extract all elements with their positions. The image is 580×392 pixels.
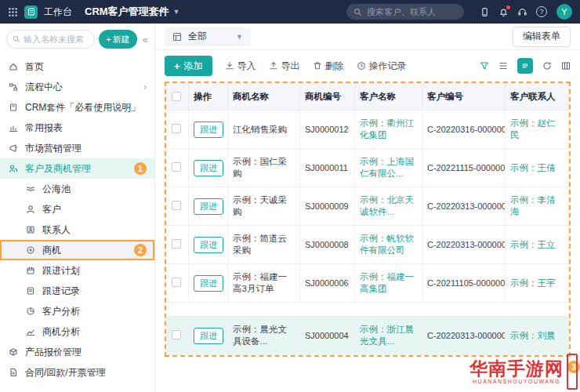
customer-link[interactable]: 示例：帆软软件有限公司 [355,226,422,264]
help-icon[interactable]: ? [536,6,547,17]
search-icon [353,8,362,16]
contact-icon [25,225,36,234]
workspace-label[interactable]: 工作台 [44,5,72,19]
column-settings-icon[interactable] [561,61,571,71]
apps-grid-icon[interactable] [8,7,18,17]
sidebar-search-placeholder: 输入名称来搜索 [24,34,84,45]
sidebar-item-label: 合同/回款/开票管理 [25,366,106,379]
contact-link[interactable]: 示例：王倩 [506,149,569,187]
service-icon[interactable] [517,7,527,17]
notification-dot [506,5,510,9]
customer-link[interactable]: 示例：上海国仁有限公... [355,149,422,187]
sidebar-item-chart[interactable]: 商机分析 [0,321,154,342]
opportunity-code-cell: SJ0000011 [300,149,355,187]
topbar: 工作台 CRM客户管理套件 ▼ 搜索客户、联系人 ? Y [0,0,580,24]
topbar-search-input[interactable]: 搜索客户、联系人 [346,4,464,20]
trash-button[interactable]: 删除 [313,60,344,73]
sidebar-item-contact[interactable]: 联系人 [0,220,154,240]
refresh-icon[interactable] [542,61,552,71]
row-checkbox[interactable] [172,239,181,249]
export-button[interactable]: 导出 [269,60,300,73]
sidebar-item-label: 商机分析 [42,325,80,339]
bell-icon[interactable] [498,7,509,17]
book-icon [8,103,19,112]
opportunity-code-cell: SJ0000012 [300,111,355,149]
sidebar-item-contract[interactable]: 合同/回款/开票管理 [0,362,154,383]
row-checkbox[interactable] [172,201,181,210]
avatar[interactable]: Y [556,4,572,20]
view-toggle-icon[interactable] [517,58,533,74]
export-icon [269,61,278,71]
customer-link[interactable]: 示例：福建一高集团 [355,264,422,303]
import-button[interactable]: 导入 [225,60,256,73]
sidebar-item-report[interactable]: 常用报表 [0,118,154,138]
customer-link[interactable]: 示例：浙江晨光文具... [355,317,422,355]
add-button[interactable]: + 添加 [165,56,212,76]
row-checkbox[interactable] [172,330,181,339]
sidebar-item-book[interactable]: CRM套件「必看使用说明」 [0,97,154,118]
watermark-seal [567,354,578,390]
flow-icon [8,82,19,92]
collapse-sidebar-icon[interactable]: « [141,34,150,45]
view-selector-label: 全部 [188,30,207,43]
row-action-cell: 跟进 [189,111,228,149]
sidebar-item-flow[interactable]: 流程中心› [0,77,154,97]
follow-up-button[interactable]: 跟进 [194,160,223,176]
sidebar-item-calendar[interactable]: 跟进计划 [0,260,154,281]
filter-icon[interactable] [480,61,489,71]
row-action-cell: 跟进 [189,264,228,303]
search-placeholder: 搜索客户、联系人 [367,6,436,18]
new-button-label: 新建 [113,34,130,45]
sidebar-item-label: 跟进记录 [42,285,80,298]
customer-link[interactable]: 示例：北京天诚软件... [355,187,422,226]
sidebar-item-pool[interactable]: 公海池 [0,179,154,199]
follow-up-button[interactable]: 跟进 [194,328,223,344]
select-all-checkbox[interactable] [172,92,181,101]
row-checkbox[interactable] [172,124,181,133]
edit-form-button[interactable]: 编辑表单 [513,27,571,47]
customer-code-cell: C-20221115-0000001 [422,149,506,187]
table-gap-row [167,303,569,317]
log-button[interactable]: 操作记录 [357,60,407,73]
sidebar-item-label: 产品报价管理 [25,346,82,359]
opportunity-code-cell: SJ0000008 [300,226,355,264]
app-title-label: CRM客户管理套件 [85,5,169,19]
sidebar-item-product[interactable]: 产品报价管理 [0,342,154,362]
contact-link[interactable]: 示例：刘晨 [506,317,569,355]
sidebar-item-label: 商机 [42,244,61,257]
follow-up-button[interactable]: 跟进 [194,198,223,215]
row-checkbox[interactable] [172,278,181,287]
row-select-cell [167,317,189,355]
sidebar-item-home[interactable]: 首页 [0,56,154,77]
sidebar-item-group[interactable]: 客户及商机管理1 [0,158,154,179]
sidebar-item-pie[interactable]: 客户分析 [0,301,154,321]
row-height-icon[interactable] [498,61,508,71]
caret-down-icon: ▼ [236,33,243,41]
product-icon [8,347,19,357]
new-button[interactable]: + 新建 [99,30,136,49]
customer-link[interactable]: 示例：衢州江化集团 [355,111,422,149]
plus-icon: + [106,34,111,44]
annotation-badge: 2 [134,244,147,256]
mobile-icon[interactable] [480,7,490,17]
follow-up-button[interactable]: 跟进 [194,275,223,292]
workspace-icon[interactable] [24,5,38,19]
sidebar-item-record[interactable]: 跟进记录 [0,281,154,301]
follow-up-button[interactable]: 跟进 [194,237,223,253]
contact-link[interactable]: 示例：王立 [506,226,569,264]
row-checkbox[interactable] [172,162,181,172]
contact-link[interactable]: 示例：李清海 [506,187,569,226]
sidebar-item-user[interactable]: 客户 [0,199,154,220]
sidebar-item-label: 客户及商机管理 [25,162,91,176]
customer-code-cell: C-20220313-0000004 [422,317,506,355]
app-title[interactable]: CRM客户管理套件 ▼ [85,5,180,19]
row-select-cell [167,264,189,303]
sidebar-item-label: 联系人 [42,223,71,237]
contact-link[interactable]: 示例：王宇 [506,264,569,303]
view-selector[interactable]: 全部 ▼ [165,27,251,46]
follow-up-button[interactable]: 跟进 [194,122,223,138]
contact-link[interactable]: 示例：赵仁民 [506,111,569,149]
sidebar-item-target[interactable]: 商机2 [0,240,154,260]
sidebar-search-input[interactable]: 输入名称来搜索 [6,30,95,49]
sidebar-item-market[interactable]: 市场营销管理 [0,138,154,158]
